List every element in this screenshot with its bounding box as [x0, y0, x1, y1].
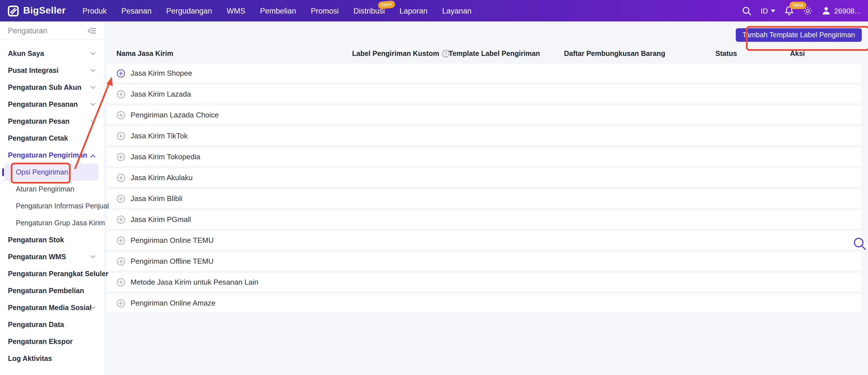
table-row-pengiriman-lazada-choice[interactable]: Pengiriman Lazada Choice [107, 106, 861, 124]
expand-plus-icon[interactable] [116, 69, 125, 78]
sidebar-item-log-aktivitas[interactable]: Log Aktivitas [0, 350, 104, 367]
table-row-jasa-kirim-tokopedia[interactable]: Jasa Kirim Tokopedia [107, 147, 861, 166]
column-header-label: Daftar Pembungkusan Barang [564, 50, 665, 58]
sidebar-item-pengaturan-sub-akun[interactable]: Pengaturan Sub Akun [0, 79, 104, 96]
nav-item-label: Promosi [311, 6, 339, 15]
sidebar-item-label: Aturan Pengiriman [16, 185, 74, 193]
expand-plus-icon[interactable] [116, 131, 125, 140]
sidebar-item-opsi-pengiriman[interactable]: Opsi Pengiriman [0, 164, 104, 181]
column-header-status: Status [715, 48, 737, 59]
nav-item-produk[interactable]: Produk [83, 6, 107, 15]
expand-plus-icon[interactable] [116, 278, 125, 286]
notifications-button[interactable]: New [784, 6, 794, 16]
expand-plus-icon[interactable] [116, 257, 125, 266]
sidebar-item-label: Pengaturan Informasi Penjual [16, 202, 109, 210]
nav-item-label: Pergudangan [166, 6, 212, 15]
nav-item-label: Layanan [442, 6, 472, 15]
expand-plus-icon[interactable] [116, 299, 125, 308]
nav-item-pembelian[interactable]: Pembelian [260, 6, 296, 15]
collapse-sidebar-icon[interactable] [88, 27, 96, 34]
nav-item-label: Laporan [400, 6, 428, 15]
column-header-label-pengiriman-kustom: Label Pengiriman Kustom? [352, 48, 450, 59]
topbar: BigSeller Produk Pesanan Pergudangan WMS… [0, 0, 868, 22]
sidebar-item-pengaturan-pesan[interactable]: Pengaturan Pesan [0, 113, 104, 130]
carrier-name: Jasa Kirim Tokopedia [130, 152, 200, 161]
table-row-jasa-kirim-lazada[interactable]: Jasa Kirim Lazada [107, 85, 861, 103]
account-menu[interactable]: 26908... [822, 6, 861, 15]
sidebar-title: Pengaturan [8, 26, 48, 35]
sidebar-item-label: Pengaturan Perangkat Seluler [8, 270, 108, 278]
table-row-pengiriman-online-amaze[interactable]: Pengiriman Online Amaze [107, 294, 861, 312]
nav-item-promosi[interactable]: Promosi [311, 6, 339, 15]
nav-item-pesanan[interactable]: Pesanan [122, 6, 152, 15]
sidebar-item-akun-saya[interactable]: Akun Saya [0, 45, 104, 62]
notification-new-badge: New [789, 2, 806, 9]
expand-plus-icon[interactable] [116, 90, 125, 99]
expand-plus-icon[interactable] [116, 152, 125, 161]
nav-item-distribusi[interactable]: Distribusi New [353, 6, 385, 15]
nav-item-label: WMS [227, 6, 245, 15]
expand-plus-icon[interactable] [116, 110, 125, 120]
expand-plus-icon[interactable] [116, 236, 125, 245]
table-row-jasa-kirim-pgmall[interactable]: Jasa Kirim PGmall [107, 210, 861, 229]
sidebar-item-aturan-pengiriman[interactable]: Aturan Pengiriman [0, 181, 104, 198]
sidebar-item-pengaturan-pengiriman[interactable]: Pengaturan Pengiriman [0, 147, 104, 164]
sidebar-item-pengaturan-data[interactable]: Pengaturan Data [0, 316, 104, 333]
sidebar-item-pengaturan-stok[interactable]: Pengaturan Stok [0, 232, 104, 248]
table-row-jasa-kirim-tiktok[interactable]: Jasa Kirim TikTok [107, 127, 861, 145]
sidebar-item-pengaturan-ekspor[interactable]: Pengaturan Ekspor [0, 333, 104, 350]
sidebar-item-pengaturan-informasi-penjual[interactable]: Pengaturan Informasi Penjual [0, 198, 104, 215]
sidebar-item-pengaturan-grup-jasa-kirim[interactable]: Pengaturan Grup Jasa Kirim [0, 215, 104, 232]
nav-item-pergudangan[interactable]: Pergudangan [166, 6, 212, 15]
svg-text:?: ? [444, 51, 447, 57]
chevron-down-icon [90, 69, 95, 72]
carrier-name: Jasa Kirim Blibli [130, 194, 183, 203]
sidebar-item-label: Pengaturan Sub Akun [8, 83, 82, 92]
table-row-pengiriman-online-temu[interactable]: Pengiriman Online TEMU [107, 231, 861, 250]
sidebar-item-pusat-integrasi[interactable]: Pusat Integrasi [0, 62, 104, 79]
column-header-nama-jasa-kirim: Nama Jasa Kirim [116, 48, 174, 59]
search-icon[interactable] [742, 6, 752, 15]
nav-item-wms[interactable]: WMS [227, 6, 245, 15]
sidebar-item-label: Pengaturan Ekspor [8, 338, 73, 346]
expand-plus-icon[interactable] [116, 173, 125, 182]
user-avatar-icon [822, 6, 831, 15]
topbar-nav: Produk Pesanan Pergudangan WMS Pembelian… [83, 0, 472, 22]
nav-item-layanan[interactable]: Layanan [442, 6, 472, 15]
sidebar-item-pengaturan-cetak[interactable]: Pengaturan Cetak [0, 130, 104, 147]
table-row-metode-jasa-kirim-untuk-pesanan-lain[interactable]: Metode Jasa Kirim untuk Pesanan Lain [107, 273, 861, 292]
username: 26908... [834, 6, 861, 15]
sidebar-item-label: Pengaturan Cetak [8, 134, 68, 142]
nav-item-label: Pesanan [122, 6, 152, 15]
chevron-down-icon [90, 52, 95, 55]
sidebar-item-label: Pengaturan Pesanan [8, 101, 78, 108]
table-row-pengiriman-offline-temu[interactable]: Pengiriman Offline TEMU [107, 252, 861, 271]
language-selector[interactable]: ID [761, 6, 775, 15]
expand-plus-icon[interactable] [116, 194, 125, 203]
nav-item-label: Produk [83, 6, 107, 15]
sidebar-item-label: Akun Saya [8, 50, 44, 58]
language-label: ID [761, 6, 768, 15]
column-header-template-label-pengiriman: Template Label Pengiriman [449, 48, 540, 59]
column-header-label: Label Pengiriman Kustom [352, 50, 439, 58]
expand-plus-icon[interactable] [116, 215, 125, 224]
sidebar-item-pengaturan-pembelian[interactable]: Pengaturan Pembelian [0, 282, 104, 299]
table-row-jasa-kirim-akulaku[interactable]: Jasa Kirim Akulaku [107, 168, 861, 187]
table-row-jasa-kirim-shopee[interactable]: Jasa Kirim Shopee [107, 64, 861, 82]
sidebar-item-label: Pengaturan WMS [8, 253, 66, 261]
column-header-label: Nama Jasa Kirim [116, 50, 174, 58]
bigseller-logo[interactable]: BigSeller [7, 0, 66, 22]
nav-item-laporan[interactable]: Laporan [400, 6, 428, 15]
sidebar-item-pengaturan-wms[interactable]: Pengaturan WMS [0, 248, 104, 266]
add-template-button[interactable]: Tambah Template Label Pengiriman [736, 28, 862, 42]
sidebar-item-pengaturan-media-sosial[interactable]: Pengaturan Media Sosial [0, 299, 104, 316]
table-row-jasa-kirim-blibli[interactable]: Jasa Kirim Blibli [107, 189, 861, 208]
carrier-name: Pengiriman Lazada Choice [130, 111, 219, 119]
sidebar-item-label: Pengaturan Data [8, 321, 64, 329]
topbar-right: ID New 26908... [742, 0, 861, 22]
table-search-icon[interactable] [852, 236, 867, 254]
sidebar-item-label: Pengaturan Stok [8, 236, 64, 244]
sidebar-item-pengaturan-pesanan[interactable]: Pengaturan Pesanan [0, 96, 104, 113]
sidebar-item-pengaturan-perangkat-seluler[interactable]: Pengaturan Perangkat Seluler [0, 266, 104, 282]
sidebar-menu: Akun Saya Pusat Integrasi Pengaturan Sub… [0, 45, 104, 367]
